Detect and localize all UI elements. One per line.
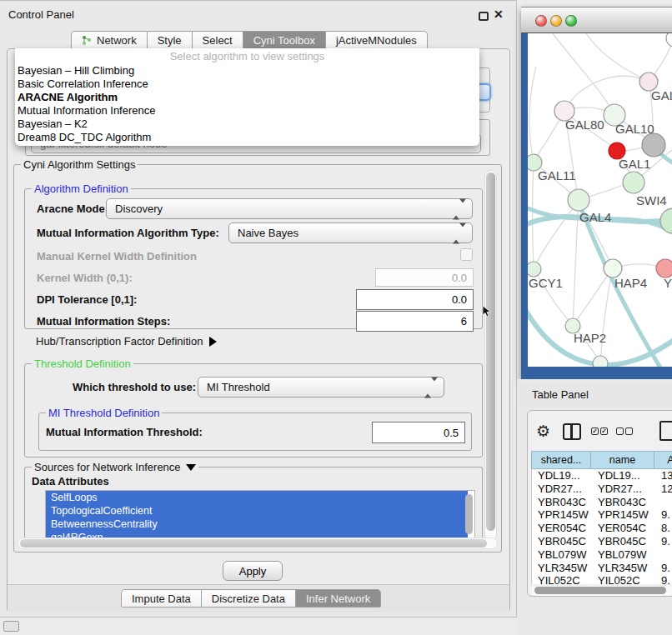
tab-style[interactable]: Style: [148, 31, 193, 49]
kernel-width-field[interactable]: 0.0: [375, 268, 474, 287]
attribute-item[interactable]: SelfLoops: [46, 491, 468, 504]
settings-vertical-scrollbar[interactable]: [484, 170, 497, 542]
table-row[interactable]: YPR145WYPR145W9.: [532, 508, 672, 522]
table-row[interactable]: YDL19...YDL19...13: [532, 469, 672, 482]
tab-select[interactable]: Select: [193, 31, 243, 49]
network-edge[interactable]: [534, 200, 579, 268]
tab-label: jActiveMNodules: [336, 34, 417, 47]
network-edge[interactable]: [586, 33, 649, 82]
table-cell: YBR043C: [532, 496, 592, 509]
algorithm-menu-item[interactable]: Dream8 DC_TDC Algorithm: [15, 131, 479, 144]
collapsed-panel-button[interactable]: [3, 621, 19, 632]
node-label: HAP4: [614, 276, 647, 290]
network-node-swi4[interactable]: [660, 208, 672, 233]
apply-button[interactable]: Apply: [223, 561, 283, 581]
network-edge[interactable]: [573, 268, 613, 325]
table-row[interactable]: YBR045CYBR045C9.: [532, 535, 672, 548]
table-row[interactable]: YLR345WYLR345W9.: [532, 562, 672, 575]
tab-infer-network[interactable]: Infer Network: [296, 589, 381, 608]
network-node-gal4[interactable]: [568, 189, 589, 211]
close-traffic-light[interactable]: [535, 15, 547, 27]
network-window-titlebar[interactable]: [521, 7, 672, 33]
select-all-icon[interactable]: ✓✓: [591, 428, 608, 435]
which-threshold-combobox[interactable]: MI Threshold: [198, 377, 444, 398]
column-header-3[interactable]: A: [654, 451, 672, 469]
tab-discretize-data[interactable]: Discretize Data: [202, 589, 296, 608]
tab-label: Discretize Data: [212, 592, 285, 605]
function-builder-icon[interactable]: [659, 421, 672, 441]
dpi-tolerance-label: DPI Tolerance [0,1]:: [37, 293, 137, 306]
column-layout-icon[interactable]: [563, 423, 581, 440]
network-node-hap4[interactable]: [604, 259, 622, 278]
table-cell: YBR045C: [592, 535, 655, 548]
attr-list-scrollbar[interactable]: [464, 492, 474, 542]
table-cell: 9.: [655, 508, 672, 522]
tab-network[interactable]: Network: [71, 31, 148, 49]
algorithm-menu-item[interactable]: Bayesian – Hill Climbing: [15, 64, 479, 78]
algorithm-menu-item[interactable]: Mutual Information Inference: [15, 104, 479, 118]
manual-kernel-checkbox[interactable]: [460, 248, 473, 261]
table-cell: YIL052C: [592, 574, 655, 584]
settings-horizontal-scrollbar[interactable]: [18, 538, 498, 549]
network-node-gal1[interactable]: [623, 172, 644, 193]
dpi-tolerance-field[interactable]: 0.0: [356, 289, 474, 310]
minimize-traffic-light[interactable]: [550, 15, 562, 27]
mi-steps-field[interactable]: 6: [356, 311, 474, 332]
network-node[interactable]: [593, 356, 608, 367]
table-panel-section: Table Panel ⚙ ✓✓ shared...nameA YDL19...…: [517, 379, 672, 635]
table-cell: YLR345W: [532, 562, 592, 575]
tab-cyni-toolbox[interactable]: Cyni Toolbox: [243, 31, 326, 49]
algorithm-select-popup: Select algorithm to view settings Bayesi…: [15, 48, 479, 146]
tab-label: Impute Data: [132, 592, 191, 605]
network-node-y[interactable]: [656, 259, 672, 278]
float-panel-icon[interactable]: [479, 12, 489, 21]
network-canvas[interactable]: GAL7GAL80GAL10GAL1GAL11SWI4GAL4GCY1HAP4Y…: [528, 33, 672, 367]
table-horizontal-scrollbar[interactable]: [531, 586, 672, 596]
screen: Control Panel ✕ NetworkStyleSelectCyni T…: [0, 0, 672, 635]
zoom-traffic-light[interactable]: [565, 15, 577, 27]
network-node[interactable]: [666, 33, 672, 47]
network-icon: [82, 35, 93, 46]
mi-threshold-field[interactable]: 0.5: [372, 422, 465, 443]
close-icon[interactable]: ✕: [494, 8, 504, 21]
mi-threshold-label: Mutual Information Threshold:: [46, 426, 203, 438]
node-table: shared...nameA YDL19...YDL19...13YDR27..…: [531, 451, 672, 584]
table-cell: 13: [655, 469, 672, 482]
network-edge[interactable]: [564, 76, 649, 111]
column-header-1[interactable]: shared...: [531, 451, 591, 469]
tab-impute-data[interactable]: Impute Data: [121, 589, 202, 608]
attribute-item[interactable]: TopologicalCoefficient: [46, 504, 468, 518]
aracne-mode-combobox[interactable]: Discovery: [106, 198, 473, 219]
network-node[interactable]: [642, 133, 665, 157]
table-row[interactable]: YBR043CYBR043C: [532, 496, 672, 509]
table-cell: 9.: [655, 535, 672, 548]
algorithm-menu-item[interactable]: Basic Correlation Inference: [15, 78, 479, 91]
table-row[interactable]: YIL052CYIL052C9.: [532, 574, 672, 584]
mi-type-combobox[interactable]: Naive Bayes: [228, 222, 473, 243]
network-view-window[interactable]: GAL7GAL80GAL10GAL1GAL11SWI4GAL4GCY1HAP4Y…: [521, 7, 672, 379]
table-row[interactable]: YDR27...YDR27...12: [532, 482, 672, 496]
data-attributes-label: Data Attributes: [32, 475, 109, 488]
which-threshold-label: Which threshold to use:: [73, 381, 196, 393]
table-cell: YPR145W: [532, 508, 592, 522]
column-header-2[interactable]: name: [591, 451, 654, 469]
network-edge[interactable]: [529, 67, 536, 162]
deselect-all-icon[interactable]: [616, 428, 633, 435]
attribute-item[interactable]: BetweennessCentrality: [46, 518, 468, 531]
tab-jactivemnodules[interactable]: jActiveMNodules: [326, 31, 428, 49]
network-node-gcy1[interactable]: [528, 262, 541, 277]
table-row[interactable]: YBL079WYBL079W: [532, 548, 672, 562]
triangle-right-icon: [209, 337, 217, 347]
kernel-width-label: Kernel Width (0,1):: [37, 272, 133, 284]
node-label: SWI4: [636, 193, 667, 208]
algorithm-menu-item[interactable]: ARACNE Algorithm: [15, 91, 479, 104]
gear-icon[interactable]: ⚙: [536, 422, 550, 441]
hub-definition-expander[interactable]: Hub/Transcription Factor Definition: [36, 335, 217, 348]
sources-collapser[interactable]: Sources for Network Inference: [32, 461, 198, 473]
table-cell: YDR27...: [532, 482, 592, 496]
algorithm-menu-item[interactable]: Bayesian – K2: [15, 118, 479, 131]
control-panel-tabbar: NetworkStyleSelectCyni ToolboxjActiveMNo…: [71, 31, 428, 49]
table-row[interactable]: YER054CYER054C8.: [532, 522, 672, 535]
network-edge[interactable]: [533, 162, 534, 268]
node-label: GAL11: [538, 168, 576, 182]
